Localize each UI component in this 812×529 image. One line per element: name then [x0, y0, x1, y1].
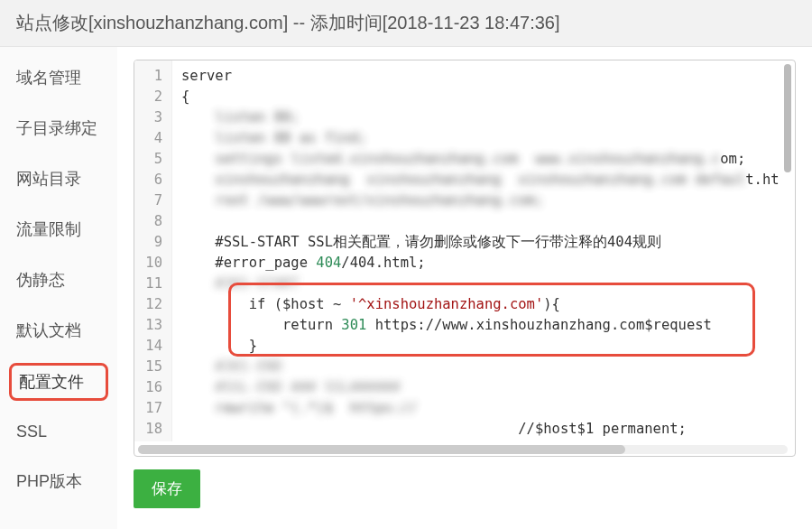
sidebar-item-sitedir[interactable]: 网站目录: [0, 161, 117, 197]
editor-gutter: 123456789101112131415161718: [134, 60, 172, 441]
code-line[interactable]: #301-START: [181, 274, 795, 294]
code-line[interactable]: }: [181, 336, 795, 357]
code-line[interactable]: listen 88 as find;: [181, 128, 795, 149]
code-line[interactable]: #301-END: [181, 357, 795, 377]
code-line[interactable]: if ($host ~ '^xinshouzhanzhang.com'){: [181, 294, 795, 315]
line-number: 1: [140, 66, 162, 87]
line-number: 4: [140, 128, 162, 149]
sidebar-item-traffic[interactable]: 流量限制: [0, 211, 117, 247]
sidebar-item-subdir[interactable]: 子目录绑定: [0, 110, 117, 146]
dialog-header: 站点修改[xinshouzhanzhang.com] -- 添加时间[2018-…: [0, 0, 812, 47]
line-number: 8: [140, 211, 162, 232]
line-number: 11: [140, 274, 162, 294]
vertical-scrollbar[interactable]: [784, 64, 791, 438]
code-line[interactable]: return 301 https://www.xinshouzhanzhang.…: [181, 315, 795, 336]
line-number: 9: [140, 232, 162, 253]
line-number: 16: [140, 377, 162, 398]
main-panel: 123456789101112131415161718 server{ list…: [117, 47, 812, 529]
editor-code[interactable]: server{ listen 80; listen 88 as find; se…: [172, 60, 795, 441]
code-line[interactable]: //$host$1 permanent;: [181, 419, 795, 440]
sidebar-nav: 域名管理子目录绑定网站目录流量限制伪静态默认文档配置文件SSLPHP版本: [0, 47, 117, 529]
line-number: 17: [140, 398, 162, 419]
line-number: 14: [140, 336, 162, 357]
code-line[interactable]: #error_page 404/404.html;: [181, 253, 795, 274]
code-line[interactable]: {: [181, 87, 795, 107]
code-line[interactable]: listen 80;: [181, 107, 795, 128]
code-line[interactable]: #SSL-END ### SSL######: [181, 377, 795, 398]
sidebar-item-rewrite[interactable]: 伪静态: [0, 262, 117, 298]
sidebar-item-config[interactable]: 配置文件: [9, 363, 108, 401]
sidebar-item-ssl[interactable]: SSL: [0, 415, 117, 449]
code-line[interactable]: #SSL-START SSL相关配置，请勿删除或修改下一行带注释的404规则: [181, 232, 795, 253]
sidebar-item-default-doc[interactable]: 默认文档: [0, 312, 117, 348]
save-button[interactable]: 保存: [134, 469, 200, 508]
horizontal-scrollbar[interactable]: [138, 445, 788, 454]
sidebar-item-php[interactable]: PHP版本: [0, 463, 117, 499]
line-number: 12: [140, 294, 162, 315]
line-number: 6: [140, 170, 162, 190]
code-line[interactable]: xinshouzhanzhang xinshouzhanzhang xinsho…: [181, 170, 795, 190]
line-number: 7: [140, 190, 162, 211]
dialog-title: 站点修改[xinshouzhanzhang.com] -- 添加时间[2018-…: [16, 13, 560, 32]
config-editor[interactable]: 123456789101112131415161718 server{ list…: [134, 60, 796, 457]
code-line[interactable]: rewrite ^(.*)$ https://: [181, 398, 795, 419]
line-number: 18: [140, 419, 162, 440]
code-line[interactable]: server: [181, 66, 795, 87]
line-number: 2: [140, 87, 162, 107]
line-number: 10: [140, 253, 162, 274]
code-line[interactable]: [181, 211, 795, 232]
code-line[interactable]: settings listed.xinshouzhanzhang.com www…: [181, 149, 795, 170]
line-number: 3: [140, 107, 162, 128]
line-number: 15: [140, 357, 162, 377]
line-number: 5: [140, 149, 162, 170]
code-line[interactable]: root /www/wwwroot/xinshouzhanzhang.com;: [181, 190, 795, 211]
line-number: 13: [140, 315, 162, 336]
sidebar-item-domain[interactable]: 域名管理: [0, 60, 117, 96]
